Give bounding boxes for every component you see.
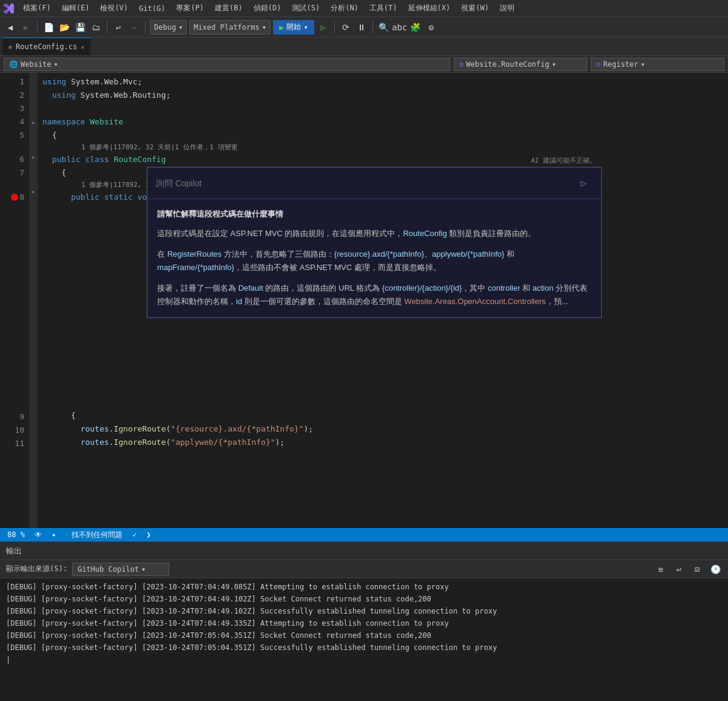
forward-button[interactable]: ▶	[19, 21, 33, 34]
copilot-send-button[interactable]: ▷	[575, 174, 593, 192]
member-arrow: ▾	[641, 60, 645, 69]
line-num-9: 9	[0, 410, 24, 424]
code-line-6: public class RouteConfig	[42, 153, 728, 166]
toolbar: ◀ ▶ 📄 📂 💾 🗂 ↩ ↪ Debug ▾ Mixed Platforms …	[0, 17, 728, 38]
back-button[interactable]: ◀	[4, 21, 17, 34]
line-num-8: 8	[0, 191, 24, 204]
copilot-input[interactable]	[156, 178, 575, 188]
member-label: Register	[603, 60, 638, 69]
collapse-class-icon[interactable]: ▸	[32, 154, 35, 160]
breakpoint-icon	[11, 194, 18, 201]
menu-extensions[interactable]: 延伸模組(X)	[403, 0, 456, 16]
editor-container: 1 2 3 4 5 6 7 8 9 10 11 ▸ ▸ ▸ using Syst…	[0, 73, 728, 528]
ai-disclaimer: AI 建議可能不正確。	[531, 154, 596, 168]
problems-label: 找不到任何問題	[72, 530, 123, 540]
menu-debug[interactable]: 偵錯(D)	[249, 0, 286, 16]
menu-view[interactable]: 檢視(V)	[95, 0, 133, 16]
problems-status[interactable]: ✓ 找不到任何問題	[63, 528, 125, 541]
platform-dropdown[interactable]: Mixed Platforms ▾	[189, 20, 271, 35]
menu-analyze[interactable]: 分析(N)	[326, 0, 363, 16]
copilot-answer-3: 接著，註冊了一個名為 Default 的路由，這個路由的 URL 格式為 {co…	[157, 282, 592, 308]
redo-button[interactable]: ↪	[127, 21, 141, 34]
undo-button[interactable]: ↩	[112, 21, 125, 34]
class-dropdown[interactable]: ⚙ Website.RouteConfig ▾	[454, 58, 587, 71]
search-button[interactable]: 🔍	[377, 21, 391, 34]
menu-file[interactable]: 檔案(F)	[18, 0, 56, 16]
copilot-answer-2: 在 RegisterRoutes 方法中，首先忽略了三個路由：{resource…	[157, 248, 592, 274]
code-line-9: {	[42, 409, 728, 422]
copilot-question: 請幫忙解釋這段程式碼在做什麼事情	[157, 208, 592, 221]
code-editor[interactable]: using System.Web.Mvc; using System.Web.R…	[38, 73, 728, 528]
settings-button[interactable]: ⚙	[425, 21, 438, 34]
copilot-star-icon: ✦	[52, 530, 56, 539]
new-project-button[interactable]: 📄	[42, 21, 55, 34]
tab-label: RouteConfig.cs	[16, 42, 77, 51]
output-lock-button[interactable]: ⊡	[690, 563, 704, 576]
git-branch-status[interactable]: ❯	[144, 528, 153, 541]
line-num-5: 5	[0, 129, 24, 142]
line-num-2: 2	[0, 89, 24, 102]
code-line-1: using System.Web.Mvc;	[42, 75, 728, 89]
tab-routeconfig[interactable]: ⊕ RouteConfig.cs ✕	[2, 38, 90, 55]
toolbar-sep-3	[145, 21, 146, 33]
output-line-6: [DEBUG] [proxy-socket-factory] [2023-10-…	[6, 642, 722, 654]
toolbar-sep-1	[37, 21, 38, 33]
output-line-2: [DEBUG] [proxy-socket-factory] [2023-10-…	[6, 593, 722, 605]
output-clock-button[interactable]: 🕐	[709, 563, 722, 576]
project-icon: 🌐	[9, 60, 18, 69]
menu-git[interactable]: Git(G)	[134, 0, 170, 16]
menu-window[interactable]: 視窗(W)	[456, 0, 494, 16]
menu-build[interactable]: 建置(B)	[210, 0, 248, 16]
start-button[interactable]: ▶ 開始 ▾	[273, 20, 314, 35]
collapse-ns-icon[interactable]: ▸	[32, 119, 35, 126]
platform-label: Mixed Platforms	[194, 23, 259, 32]
menu-help[interactable]: 說明	[495, 0, 519, 16]
code-lens-1[interactable]: 1 個參考|117892, 32 天前|1 位作者，1 項變更	[42, 142, 728, 153]
line-lens-2	[0, 180, 24, 191]
project-arrow: ▾	[54, 60, 58, 69]
output-clear-button[interactable]: ≡	[654, 563, 667, 576]
output-source-label: 顯示輸出來源(S):	[6, 564, 67, 574]
reload-button[interactable]: ⟳	[339, 21, 352, 34]
member-dropdown[interactable]: ⚙ Register ▾	[591, 58, 724, 71]
zoom-status[interactable]: 88 %	[5, 528, 27, 541]
watch-icon: 👁	[35, 530, 42, 539]
menu-project[interactable]: 專案(P)	[171, 0, 209, 16]
class-arrow: ▾	[552, 60, 556, 69]
status-bar: 88 % 👁 ✦ ✓ 找不到任何問題 ✓ ❯	[0, 528, 728, 541]
copilot-status[interactable]: ✦	[49, 528, 58, 541]
output-line-1: [DEBUG] [proxy-socket-factory] [2023-10-…	[6, 581, 722, 593]
line-num-11: 11	[0, 437, 24, 450]
save-button[interactable]: 💾	[73, 21, 87, 34]
check-status[interactable]: ✓	[130, 528, 139, 541]
copilot-answer-1: 這段程式碼是在設定 ASP.NET MVC 的路由規則，在這個應用程式中，Rou…	[157, 227, 592, 240]
tab-pin-icon: ⊕	[8, 44, 12, 50]
output-source-arrow: ▾	[141, 565, 146, 574]
collapse-method-icon[interactable]: ▸	[32, 188, 35, 195]
line-num-10: 10	[0, 424, 24, 437]
pause-button[interactable]: ⏸	[355, 21, 368, 34]
output-source-dropdown[interactable]: GitHub Copilot ▾	[72, 563, 169, 576]
menu-tools[interactable]: 工具(T)	[365, 0, 402, 16]
extension-button[interactable]: 🧩	[409, 21, 422, 34]
menu-bar: 檔案(F) 編輯(E) 檢視(V) Git(G) 專案(P) 建置(B) 偵錯(…	[0, 0, 728, 17]
watch-status[interactable]: 👁	[32, 528, 44, 541]
save-all-button[interactable]: 🗂	[89, 21, 103, 34]
output-cursor: |	[6, 654, 722, 666]
play-icon: ▶	[279, 22, 284, 32]
menu-edit[interactable]: 編輯(E)	[57, 0, 95, 16]
output-source-value: GitHub Copilot	[78, 565, 139, 574]
code-line-10: routes.IgnoreRoute("{resource}.axd/{*pat…	[42, 422, 728, 436]
project-dropdown[interactable]: 🌐 Website ▾	[4, 58, 450, 71]
debug-play-button[interactable]: ▷	[317, 21, 330, 34]
open-button[interactable]: 📂	[58, 21, 71, 34]
output-wrap-button[interactable]: ↩	[672, 563, 686, 576]
debug-config-dropdown[interactable]: Debug ▾	[150, 20, 187, 35]
menu-test[interactable]: 測試(S)	[287, 0, 325, 16]
platform-arrow: ▾	[262, 23, 266, 32]
spell-check-button[interactable]: abc	[393, 21, 406, 34]
output-line-3: [DEBUG] [proxy-socket-factory] [2023-10-…	[6, 605, 722, 617]
line-num-3: 3	[0, 102, 24, 115]
tab-close-icon[interactable]: ✕	[81, 44, 84, 50]
start-arrow: ▾	[303, 23, 308, 32]
